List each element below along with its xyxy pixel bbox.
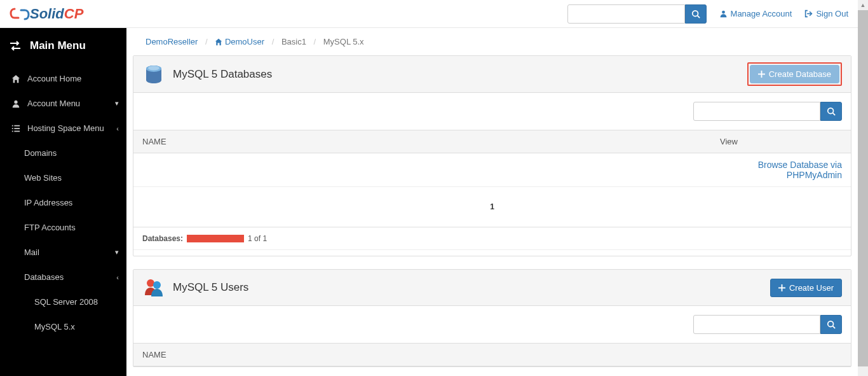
svg-rect-5 [12,125,13,126]
svg-rect-21 [778,287,785,288]
users-panel: MySQL 5 Users Create User [133,269,851,367]
svg-rect-9 [12,130,13,132]
content: DemoReseller / DemoUser / Basic1 / MySQL… [126,28,858,376]
sidebar-item-label: IP Addresses [24,198,72,207]
manage-account-label: Manage Account [731,9,792,18]
sign-out-icon [804,10,813,18]
chevron-left-icon: ‹ [116,274,119,281]
sidebar-item-databases[interactable]: Databases ‹ [0,265,126,289]
top-search [567,4,707,24]
sidebar-item-label: MySQL 5.x [34,322,75,331]
chevron-down-icon: ▾ [115,248,119,256]
search-input[interactable] [567,4,685,24]
svg-line-23 [833,326,836,329]
table-row: Browse Database via PHPMyAdmin [133,153,851,187]
users-icon [142,276,165,299]
search-icon [827,320,836,329]
sidebar-item-label: Domains [24,148,57,158]
filter-row [133,306,851,343]
search-icon [827,107,836,116]
sidebar-item-ip-addresses[interactable]: IP Addresses [0,190,126,215]
sign-out-link[interactable]: Sign Out [804,9,848,18]
home-icon [215,38,222,46]
browse-phpmyadmin-link[interactable]: Browse Database via PHPMyAdmin [758,160,842,180]
user-icon [719,10,728,18]
search-button[interactable] [685,4,707,24]
sidebar-header: Main Menu [0,28,126,66]
svg-point-22 [828,321,834,327]
create-database-button[interactable]: Create Database [750,65,839,83]
search-icon [691,10,700,18]
users-table: NAME [133,343,851,366]
scroll-up-button[interactable]: ▲ [858,0,868,10]
chevron-down-icon: ▾ [115,99,119,108]
svg-rect-8 [14,128,20,129]
database-icon [142,63,165,86]
panel-heading: MySQL 5 Databases Create Database [133,56,851,93]
sidebar: Main Menu Account Home Account Menu ▾ Ho… [0,28,126,376]
create-database-label: Create Database [769,69,831,79]
svg-point-16 [828,108,834,114]
svg-line-1 [697,15,700,18]
databases-panel: MySQL 5 Databases Create Database [133,55,851,256]
col-view: View [711,130,851,153]
svg-point-4 [14,100,17,103]
sidebar-item-hosting-space-menu[interactable]: Hosting Space Menu ‹ [0,116,126,141]
manage-account-link[interactable]: Manage Account [719,9,792,18]
breadcrumb: DemoReseller / DemoUser / Basic1 / MySQL… [126,28,858,55]
breadcrumb-plan: Basic1 [281,37,306,46]
user-filter-button[interactable] [820,315,842,334]
svg-point-19 [153,281,161,289]
chevron-left-icon: ‹ [116,125,119,132]
sidebar-item-label: Mail [24,247,39,257]
sidebar-item-label: FTP Accounts [24,223,76,232]
svg-point-0 [692,10,698,16]
topbar: SolidCP Manage Account Sign Out [0,0,858,28]
user-filter-input[interactable] [693,315,820,334]
page-number[interactable]: 1 [485,200,499,214]
sidebar-item-label: Web Sites [24,173,62,183]
svg-point-13 [148,66,159,70]
sidebar-item-ftp-accounts[interactable]: FTP Accounts [0,215,126,240]
svg-rect-6 [14,125,20,126]
breadcrumb-sep: / [314,37,316,46]
create-database-highlight: Create Database [747,62,842,86]
usage-bar [187,235,244,242]
usage-text: 1 of 1 [248,234,267,243]
main-menu-label: Main Menu [30,39,86,52]
sidebar-item-web-sites[interactable]: Web Sites [0,165,126,190]
sidebar-item-mail[interactable]: Mail ▾ [0,240,126,265]
svg-line-17 [833,113,836,116]
svg-rect-10 [14,130,20,132]
db-filter-input[interactable] [693,102,820,121]
home-icon [11,74,20,83]
pager: 1 [133,187,851,227]
db-filter-button[interactable] [820,102,842,121]
sidebar-item-sql-server[interactable]: SQL Server 2008 [0,289,126,314]
svg-rect-15 [758,74,765,75]
user-icon [11,99,20,108]
sidebar-item-label: Databases [24,272,64,282]
breadcrumb-user[interactable]: DemoUser [225,37,264,46]
scrollbar[interactable]: ▲ [858,0,868,376]
sign-out-label: Sign Out [816,9,848,18]
sidebar-item-account-home[interactable]: Account Home [0,66,126,91]
breadcrumb-reseller[interactable]: DemoReseller [146,37,198,46]
sidebar-item-account-menu[interactable]: Account Menu ▾ [0,91,126,116]
breadcrumb-current: MySQL 5.x [323,37,364,46]
breadcrumb-sep: / [205,37,208,46]
menu-toggle-icon[interactable] [10,41,21,51]
scroll-thumb[interactable] [858,10,868,366]
create-user-label: Create User [789,283,834,293]
panel-title: MySQL 5 Databases [173,68,272,81]
sidebar-item-domains[interactable]: Domains [0,141,126,165]
sidebar-item-label: SQL Server 2008 [34,297,98,307]
logo[interactable]: SolidCP [10,5,83,23]
sidebar-item-mysql[interactable]: MySQL 5.x [0,314,126,339]
svg-rect-7 [12,128,13,129]
plus-icon [778,284,785,291]
panel-heading: MySQL 5 Users Create User [133,270,851,306]
create-user-button[interactable]: Create User [770,279,842,297]
sidebar-item-label: Account Menu [27,99,80,108]
sidebar-item-label: Hosting Space Menu [27,123,104,133]
